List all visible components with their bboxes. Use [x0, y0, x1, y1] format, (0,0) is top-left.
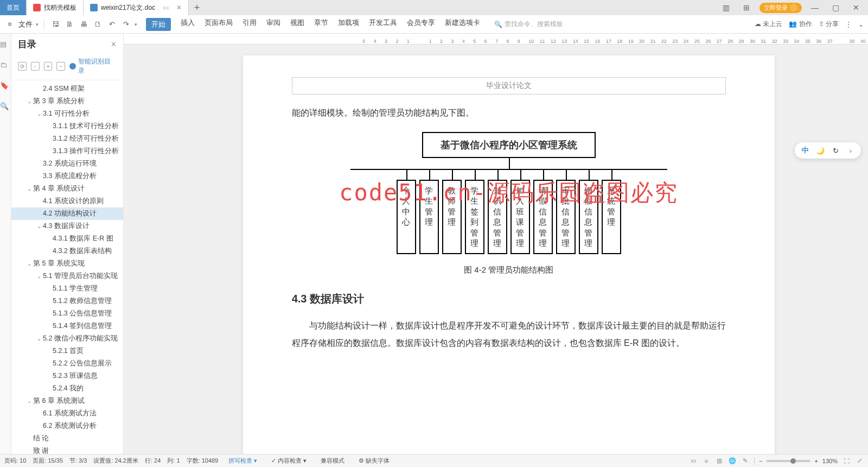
tree-item[interactable]: ⌄第 3 章 系统分析: [11, 95, 123, 108]
hamburger-icon[interactable]: ≡: [4, 19, 15, 30]
horizontal-ruler[interactable]: 5432112345678910111213141516171819202122…: [124, 34, 868, 45]
tree-item[interactable]: 5.1.4 签到信息管理: [11, 320, 123, 332]
zoom-in[interactable]: +: [814, 458, 818, 464]
tree-item[interactable]: 5.1.3 公告信息管理: [11, 307, 123, 320]
tree-item[interactable]: 5.2.1 首页: [11, 345, 123, 357]
command-search[interactable]: 🔍 查找命令、搜索模板: [494, 20, 563, 29]
content-check[interactable]: ✓ 内容检查 ▾: [267, 455, 310, 466]
view-read-icon[interactable]: ▥: [715, 457, 724, 465]
tree-item[interactable]: 4.2 功能结构设计: [11, 207, 123, 220]
tree-item[interactable]: 6.2 系统测试分析: [11, 420, 123, 432]
window-minimize[interactable]: —: [807, 3, 822, 12]
menu-9[interactable]: 会员专享: [407, 18, 435, 31]
zoom-out[interactable]: −: [759, 458, 762, 464]
menu-10[interactable]: 新建选项卡: [445, 18, 480, 31]
chevron-down-icon[interactable]: ⌄: [25, 186, 33, 192]
close-tab-icon[interactable]: ✕: [176, 4, 182, 11]
share-button[interactable]: ⇪ 分享: [819, 20, 839, 29]
apps-icon[interactable]: ⊞: [739, 3, 754, 12]
chevron-down-icon[interactable]: ⌄: [35, 273, 43, 279]
tree-item[interactable]: ⌄第 5 章 系统实现: [11, 257, 123, 270]
tree-item[interactable]: 4.1 系统设计的原则: [11, 195, 123, 207]
spell-check[interactable]: 拼写检查 ▾: [225, 455, 261, 466]
remove-icon[interactable]: −: [56, 62, 65, 71]
tree-item[interactable]: 3.2 系统运行环境: [11, 157, 123, 170]
status-pageno[interactable]: 页码: 10: [4, 457, 26, 465]
tree-item[interactable]: 5.1.2 教师信息管理: [11, 295, 123, 307]
moon-icon[interactable]: 🌙: [815, 146, 825, 155]
login-button[interactable]: 立即登录: [760, 3, 802, 13]
tree-item[interactable]: 致 谢: [11, 445, 123, 454]
tab-templates[interactable]: 找稻壳模板: [27, 0, 84, 15]
missing-fonts[interactable]: ⚙ 缺失字体: [355, 455, 393, 466]
tree-item[interactable]: 2.4 SSM 框架: [11, 83, 123, 95]
window-maximize[interactable]: ▢: [828, 3, 843, 12]
outline-icon[interactable]: ▤: [0, 40, 11, 51]
save-as-icon[interactable]: 🗎: [64, 19, 75, 30]
status-col[interactable]: 列: 1: [167, 457, 180, 465]
tree-item[interactable]: 5.2.3 班课信息: [11, 370, 123, 382]
tree-item[interactable]: ⌄4.3 数据库设计: [11, 220, 123, 232]
status-words[interactable]: 字数: 10489: [187, 457, 219, 465]
tree-item[interactable]: 5.2.4 我的: [11, 382, 123, 395]
chevron-down-icon[interactable]: ⌄: [25, 398, 33, 404]
refresh-icon[interactable]: ⟳: [18, 62, 27, 71]
tree-item[interactable]: ⌄5.1 管理员后台功能实现: [11, 270, 123, 282]
expand-icon[interactable]: ⌄: [858, 21, 864, 28]
view-page-icon[interactable]: ▭: [689, 457, 698, 465]
tree-item[interactable]: 3.1.1 技术可行性分析: [11, 120, 123, 132]
menu-4[interactable]: 审阅: [266, 18, 280, 31]
tree-item[interactable]: 4.3.1 数据库 E-R 图: [11, 232, 123, 245]
status-row[interactable]: 行: 24: [145, 457, 161, 465]
tree-item[interactable]: ⌄5.2 微信小程序功能实现: [11, 332, 123, 345]
menu-5[interactable]: 视图: [290, 18, 304, 31]
chevron-down-icon[interactable]: ⌄: [25, 98, 33, 104]
tree-item[interactable]: 结 论: [11, 432, 123, 445]
floating-toolbar[interactable]: 中 🌙 ↻ ›: [795, 142, 861, 159]
tree-item[interactable]: ⌄3.1 可行性分析: [11, 108, 123, 120]
tree-item[interactable]: 4.3.2 数据库表结构: [11, 245, 123, 257]
cloud-status[interactable]: ☁ 未上云: [755, 20, 782, 29]
chevron-down-icon[interactable]: ⌄: [35, 111, 43, 117]
layout-icon[interactable]: ▥: [718, 3, 733, 12]
refresh-pill-icon[interactable]: ↻: [831, 146, 840, 155]
menu-8[interactable]: 开发工具: [369, 18, 397, 31]
forward-icon[interactable]: ›: [846, 146, 856, 155]
menu-6[interactable]: 章节: [314, 18, 328, 31]
fit-icon[interactable]: ⛶: [842, 457, 851, 465]
save-icon[interactable]: 🖫: [50, 19, 61, 30]
chevron-down-icon[interactable]: ⌄: [35, 336, 43, 342]
add-icon[interactable]: +: [44, 62, 53, 71]
menu-2[interactable]: 页面布局: [205, 18, 233, 31]
status-page[interactable]: 页面: 15/35: [33, 457, 63, 465]
tree-item[interactable]: 3.1.2 经济可行性分析: [11, 132, 123, 145]
collapse-icon[interactable]: ▫: [31, 62, 40, 71]
compat-mode[interactable]: 兼容模式: [317, 455, 348, 466]
status-setting[interactable]: 设置值: 24.2厘米: [93, 457, 138, 465]
menu-0[interactable]: 开始: [146, 18, 171, 31]
redo-icon[interactable]: ↷: [120, 19, 131, 30]
menu-7[interactable]: 加载项: [338, 18, 359, 31]
menu-3[interactable]: 引用: [242, 18, 257, 31]
more-icon[interactable]: ⋮: [845, 21, 852, 28]
view-web-icon[interactable]: 🌐: [728, 457, 737, 465]
search-panel-icon[interactable]: 🔍: [0, 102, 11, 113]
tree-item[interactable]: ⌄第 4 章 系统设计: [11, 182, 123, 195]
smart-outline[interactable]: 智能识别目录: [69, 57, 117, 75]
tree-item[interactable]: 3.1.3 操作可行性分析: [11, 145, 123, 157]
file-menu[interactable]: 文件: [18, 20, 33, 29]
tree-item[interactable]: 6.1 系统测试方法: [11, 407, 123, 420]
tab-home[interactable]: 首页: [0, 0, 27, 15]
close-panel-icon[interactable]: ✕: [111, 40, 117, 48]
tree-item[interactable]: 5.2.2 公告信息展示: [11, 357, 123, 370]
lang-icon[interactable]: 中: [800, 146, 810, 155]
tree-item[interactable]: 5.1.1 学生管理: [11, 282, 123, 295]
zoom-level[interactable]: 130%: [822, 458, 838, 464]
collab-button[interactable]: 👥 协作: [789, 20, 812, 29]
bookmark-icon[interactable]: 🔖: [0, 81, 11, 92]
chevron-down-icon[interactable]: ⌄: [35, 223, 43, 229]
print-icon[interactable]: 🖶: [78, 19, 89, 30]
undo-icon[interactable]: ↶: [106, 19, 117, 30]
tree-item[interactable]: 3.3 系统流程分析: [11, 170, 123, 182]
write-mode-icon[interactable]: ✎: [741, 457, 750, 465]
